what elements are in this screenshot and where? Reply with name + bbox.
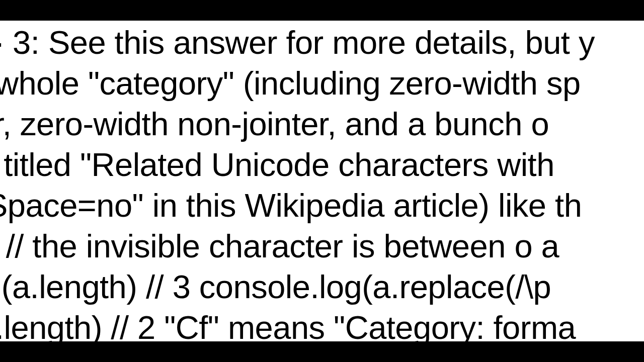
text-line-5: Space=no" in this Wikipedia article) lik… <box>0 185 582 226</box>
text-line-8: .length) // 2 "Cf" means "Category: form… <box>0 307 576 341</box>
text-line-7: .log(a.length) // 3 console.log(a.replac… <box>0 266 551 307</box>
viewport: · 3: See this answer for more details, b… <box>0 0 644 362</box>
text-line-6: "; // the invisible character is between… <box>0 226 559 266</box>
text-line-1: · 3: See this answer for more details, b… <box>0 22 595 63</box>
text-line-3: ner, zero-width non-jointer, and a bunch… <box>0 104 549 144</box>
text-line-4: le titled "Related Unicode characters wi… <box>0 144 554 185</box>
content-band: · 3: See this answer for more details, b… <box>0 21 644 341</box>
text-line-2: whole "category" (including zero-width s… <box>0 63 581 104</box>
